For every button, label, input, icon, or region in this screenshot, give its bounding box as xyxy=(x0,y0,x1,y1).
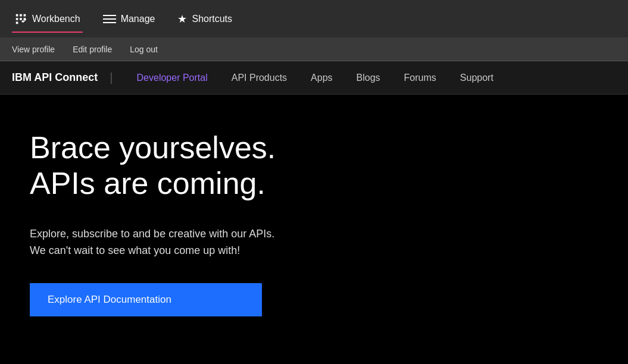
top-nav: Workbench Manage ★ Shortcuts xyxy=(0,0,628,37)
workbench-label: Workbench xyxy=(32,14,80,24)
brand-name: IBM API Connect xyxy=(12,71,110,84)
nav-forums[interactable]: Forums xyxy=(392,61,448,95)
edit-profile-link[interactable]: Edit profile xyxy=(73,45,112,54)
secondary-nav: IBM API Connect | Developer Portal API P… xyxy=(0,61,628,95)
hero-headline: Brace yourselves. APIs are coming. xyxy=(30,130,598,202)
manage-nav-item[interactable]: Manage xyxy=(101,9,158,29)
star-icon: ★ xyxy=(177,12,187,26)
nav-developer-portal[interactable]: Developer Portal xyxy=(125,61,220,95)
hero-headline-line2: APIs are coming. xyxy=(30,166,265,200)
nav-api-products[interactable]: API Products xyxy=(220,61,299,95)
log-out-link[interactable]: Log out xyxy=(130,45,158,54)
hero-description: Explore, subscribe to and be creative wi… xyxy=(30,225,387,260)
nav-divider: | xyxy=(110,71,124,84)
hero-headline-line1: Brace yourselves. xyxy=(30,130,276,165)
view-profile-link[interactable]: View profile xyxy=(12,45,55,54)
nav-support[interactable]: Support xyxy=(448,61,505,95)
nav-apps[interactable]: Apps xyxy=(299,61,344,95)
workbench-icon xyxy=(14,12,27,26)
profile-bar: View profile Edit profile Log out xyxy=(0,37,628,61)
hero-description-line1: Explore, subscribe to and be creative wi… xyxy=(30,228,274,240)
shortcuts-label: Shortcuts xyxy=(192,14,232,24)
explore-api-button[interactable]: Explore API Documentation xyxy=(30,283,262,316)
manage-label: Manage xyxy=(121,14,155,24)
shortcuts-nav-item[interactable]: ★ Shortcuts xyxy=(175,8,235,30)
hero-section: Brace yourselves. APIs are coming. Explo… xyxy=(0,95,628,364)
workbench-nav-item[interactable]: Workbench xyxy=(12,8,83,30)
hero-description-line2: We can't wait to see what you come up wi… xyxy=(30,244,240,256)
nav-blogs[interactable]: Blogs xyxy=(345,61,392,95)
hamburger-icon xyxy=(103,15,116,23)
